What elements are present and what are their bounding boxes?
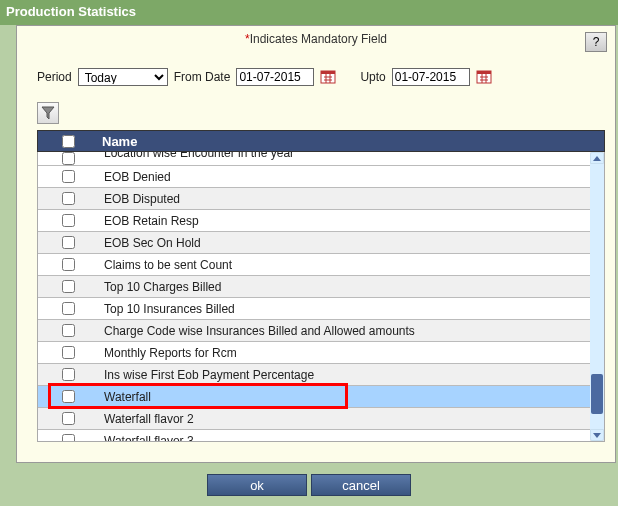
row-checkbox-cell: [38, 321, 98, 340]
row-name: Monthly Reports for Rcm: [98, 346, 604, 360]
table-row[interactable]: Top 10 Charges Billed: [38, 276, 604, 298]
row-checkbox[interactable]: [62, 170, 75, 183]
scroll-up-button[interactable]: [590, 152, 604, 164]
toolbar: [17, 92, 615, 128]
window-title: Production Statistics: [0, 0, 618, 25]
table-row[interactable]: EOB Retain Resp: [38, 210, 604, 232]
row-name: Claims to be sent Count: [98, 258, 604, 272]
svg-rect-1: [321, 71, 335, 74]
ok-button[interactable]: ok: [207, 474, 307, 496]
row-checkbox-cell: [38, 365, 98, 384]
from-date-label: From Date: [174, 70, 231, 84]
row-name: Top 10 Charges Billed: [98, 280, 604, 294]
table-row[interactable]: Location wise Encounter in the year: [38, 152, 604, 166]
calendar-icon[interactable]: [320, 69, 336, 85]
row-checkbox[interactable]: [62, 302, 75, 315]
calendar-icon[interactable]: [476, 69, 492, 85]
chevron-up-icon: [593, 156, 601, 161]
from-date-input[interactable]: [236, 68, 314, 86]
table-row[interactable]: EOB Denied: [38, 166, 604, 188]
period-select[interactable]: Today: [78, 68, 168, 86]
row-checkbox-cell: [38, 167, 98, 186]
row-name: Waterfall: [98, 390, 604, 404]
row-checkbox-cell: [38, 409, 98, 428]
row-name: EOB Sec On Hold: [98, 236, 604, 250]
row-name: Ins wise First Eob Payment Percentage: [98, 368, 604, 382]
row-checkbox[interactable]: [62, 368, 75, 381]
scrollbar[interactable]: [590, 152, 604, 441]
row-checkbox[interactable]: [62, 152, 75, 165]
table: Name Location wise Encounter in the year…: [37, 130, 605, 442]
help-button[interactable]: ?: [585, 32, 607, 52]
filter-row: Period Today From Date Upto: [17, 50, 615, 92]
header-checkbox-cell: [38, 132, 98, 151]
row-name: Charge Code wise Insurances Billed and A…: [98, 324, 604, 338]
header-name[interactable]: Name: [98, 134, 137, 149]
table-row[interactable]: Ins wise First Eob Payment Percentage: [38, 364, 604, 386]
table-row[interactable]: EOB Disputed: [38, 188, 604, 210]
row-checkbox[interactable]: [62, 214, 75, 227]
period-label: Period: [37, 70, 72, 84]
row-checkbox[interactable]: [62, 192, 75, 205]
row-checkbox[interactable]: [62, 346, 75, 359]
table-row[interactable]: Charge Code wise Insurances Billed and A…: [38, 320, 604, 342]
row-name: EOB Disputed: [98, 192, 604, 206]
row-name: EOB Denied: [98, 170, 604, 184]
row-name: Waterfall flavor 2: [98, 412, 604, 426]
row-name: Waterfall flavor 3: [98, 434, 604, 443]
row-checkbox[interactable]: [62, 258, 75, 271]
row-checkbox[interactable]: [62, 236, 75, 249]
scroll-thumb[interactable]: [591, 374, 603, 414]
row-checkbox[interactable]: [62, 434, 75, 442]
row-checkbox[interactable]: [62, 412, 75, 425]
row-checkbox-cell: [38, 431, 98, 442]
row-checkbox-cell: [38, 387, 98, 406]
table-row[interactable]: Waterfall: [38, 386, 604, 408]
upto-label: Upto: [360, 70, 385, 84]
row-checkbox-cell: [38, 152, 98, 166]
button-row: ok cancel: [0, 468, 618, 504]
row-name: EOB Retain Resp: [98, 214, 604, 228]
main-panel: *Indicates Mandatory Field ? Period Toda…: [16, 25, 616, 463]
row-checkbox-cell: [38, 255, 98, 274]
row-checkbox-cell: [38, 189, 98, 208]
mandatory-indicator: *Indicates Mandatory Field: [17, 26, 615, 50]
table-row[interactable]: Claims to be sent Count: [38, 254, 604, 276]
row-checkbox-cell: [38, 277, 98, 296]
row-checkbox-cell: [38, 211, 98, 230]
row-name: Top 10 Insurances Billed: [98, 302, 604, 316]
window: Production Statistics *Indicates Mandato…: [0, 0, 618, 506]
scroll-track[interactable]: [590, 164, 604, 429]
filter-button[interactable]: [37, 102, 59, 124]
row-checkbox-cell: [38, 343, 98, 362]
table-body: Location wise Encounter in the yearEOB D…: [37, 152, 605, 442]
row-checkbox-cell: [38, 233, 98, 252]
mandatory-text: Indicates Mandatory Field: [250, 32, 387, 46]
row-name: Location wise Encounter in the year: [98, 152, 604, 160]
row-checkbox[interactable]: [62, 324, 75, 337]
table-row[interactable]: EOB Sec On Hold: [38, 232, 604, 254]
svg-rect-7: [477, 71, 491, 74]
table-row[interactable]: Waterfall flavor 2: [38, 408, 604, 430]
table-header: Name: [37, 130, 605, 152]
cancel-button[interactable]: cancel: [311, 474, 411, 496]
select-all-checkbox[interactable]: [62, 135, 75, 148]
row-checkbox-cell: [38, 299, 98, 318]
table-row[interactable]: Top 10 Insurances Billed: [38, 298, 604, 320]
upto-date-input[interactable]: [392, 68, 470, 86]
table-row[interactable]: Waterfall flavor 3: [38, 430, 604, 442]
row-checkbox[interactable]: [62, 390, 75, 403]
chevron-down-icon: [593, 433, 601, 438]
funnel-icon: [41, 106, 55, 120]
row-checkbox[interactable]: [62, 280, 75, 293]
table-row[interactable]: Monthly Reports for Rcm: [38, 342, 604, 364]
scroll-down-button[interactable]: [590, 429, 604, 441]
